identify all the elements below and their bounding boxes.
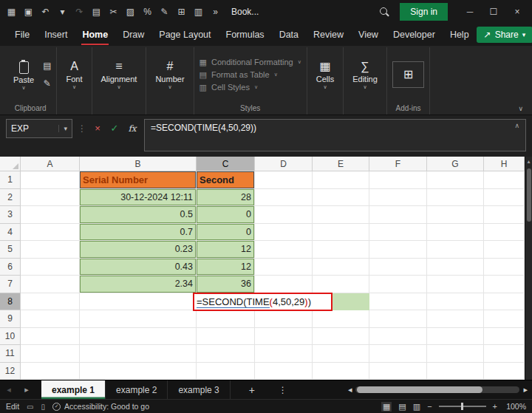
cell-G5[interactable] [427,241,484,259]
cell-D2[interactable] [255,189,313,207]
cell-D5[interactable] [255,241,313,259]
accessibility-status[interactable]: ✓ Accessibility: Good to go [52,402,149,411]
percent-icon[interactable]: % [139,0,156,24]
row-header-7[interactable]: 7 [0,276,21,293]
sheet-tab-example-3[interactable]: example 3 [168,380,230,399]
cell-D12[interactable] [255,363,313,380]
cell-B4[interactable]: 0.7 [80,224,197,242]
font-button[interactable]: AFont∨ [62,58,86,91]
cell-E1[interactable] [313,171,369,189]
cell-E7[interactable] [313,276,369,293]
keyboard-icon[interactable]: ▭ [27,403,33,411]
cell-C2[interactable]: 28 [197,189,255,207]
cell-C9[interactable] [197,310,255,328]
row-header-11[interactable]: 11 [0,345,21,363]
menu-tab-help[interactable]: Help [443,24,477,46]
cell-C7[interactable]: 36 [197,276,255,293]
formula-input[interactable]: =SECOND(TIME(4,50,29)) ∧ [144,119,526,151]
insert-function-icon[interactable]: fx [126,119,139,138]
cell-D3[interactable] [255,206,313,224]
zoom-slider-thumb[interactable] [461,403,463,410]
menu-tab-developer[interactable]: Developer [386,24,443,46]
cell-F8[interactable] [369,293,427,311]
cell-F9[interactable] [369,310,427,328]
row-header-9[interactable]: 9 [0,310,21,328]
menu-tab-review[interactable]: Review [306,24,351,46]
cell-C6[interactable]: 12 [197,259,255,276]
vertical-scroll-thumb[interactable] [527,168,531,222]
cell-B11[interactable] [80,345,197,363]
menu-tab-file[interactable]: File [7,24,37,46]
cell-G2[interactable] [427,189,484,207]
alignment-button[interactable]: ≡Alignment∨ [98,58,141,91]
cell-G4[interactable] [427,224,484,242]
cell-G10[interactable] [427,328,484,346]
cut-icon[interactable]: ✂ [105,0,122,24]
cell-H4[interactable] [484,224,525,242]
row-header-6[interactable]: 6 [0,259,21,276]
cell-B12[interactable] [80,363,197,380]
cell-H3[interactable] [484,206,525,224]
cell-A8[interactable] [21,293,80,311]
borders-icon[interactable]: ⊞ [173,0,190,24]
cells-button[interactable]: ▦Cells∨ [313,58,338,91]
picture-icon[interactable]: ▨ [122,0,139,24]
formula-bar-separator[interactable]: ⋮ [78,119,86,138]
cell-G3[interactable] [427,206,484,224]
number-button[interactable]: #Number∨ [151,58,188,91]
cell-A1[interactable] [21,171,80,189]
display-icon[interactable]: ▯ [41,403,46,411]
sheet-tab-example-1[interactable]: example 1 [41,380,106,399]
minimize-button[interactable]: ─ [458,0,482,24]
cell-D7[interactable] [255,276,313,293]
scroll-up-icon[interactable]: ▴ [527,157,530,167]
cell-A11[interactable] [21,345,80,363]
cell-E2[interactable] [313,189,369,207]
cell-D10[interactable] [255,328,313,346]
column-header-F[interactable]: F [369,157,427,171]
cell-F2[interactable] [369,189,427,207]
maximize-button[interactable]: ☐ [482,0,505,24]
cell-A12[interactable] [21,363,80,380]
cell-H2[interactable] [484,189,525,207]
vertical-scrollbar[interactable]: ▴ [525,157,532,380]
select-all-corner[interactable] [0,157,21,171]
row-header-8[interactable]: 8 [0,293,21,311]
row-header-10[interactable]: 10 [0,328,21,346]
cell-H11[interactable] [484,345,525,363]
cell-E5[interactable] [313,241,369,259]
cancel-icon[interactable]: × [92,119,103,138]
column-header-A[interactable]: A [21,157,80,171]
cell-H10[interactable] [484,328,525,346]
cell-H6[interactable] [484,259,525,276]
cell-E9[interactable] [313,310,369,328]
cell-D9[interactable] [255,310,313,328]
cell-E10[interactable] [313,328,369,346]
undo-dropdown-icon[interactable]: ▾ [54,0,71,24]
zoom-slider[interactable] [439,406,486,407]
cell-B6[interactable]: 0.43 [80,259,197,276]
cell-F1[interactable] [369,171,427,189]
cell-D4[interactable] [255,224,313,242]
name-box[interactable]: EXP ▾ [6,119,72,138]
column-header-C[interactable]: C [197,157,255,171]
row-header-3[interactable]: 3 [0,206,21,224]
cell-E11[interactable] [313,345,369,363]
zoom-level[interactable]: 100% [504,402,526,411]
menu-tab-home[interactable]: Home [75,24,115,46]
menu-tab-page-layout[interactable]: Page Layout [151,24,218,46]
cell-B10[interactable] [80,328,197,346]
copy-book-icon[interactable]: ▤ [88,0,105,24]
toolbar-overflow-icon[interactable]: » [207,0,224,24]
formula-bar-collapse-icon[interactable]: ∧ [514,122,519,129]
cell-B2[interactable]: 30-12-2024 12:11 [80,189,197,207]
sheet-tab-example-2[interactable]: example 2 [106,380,168,399]
cell-C10[interactable] [197,328,255,346]
menu-tab-insert[interactable]: Insert [37,24,75,46]
page-layout-view-icon[interactable]: ▤ [398,402,406,412]
cell-F7[interactable] [369,276,427,293]
format-painter-icon[interactable]: ✎ [43,78,51,89]
column-header-H[interactable]: H [484,157,525,171]
share-button[interactable]: ↗ Share ▾ [477,27,532,43]
cell-F11[interactable] [369,345,427,363]
